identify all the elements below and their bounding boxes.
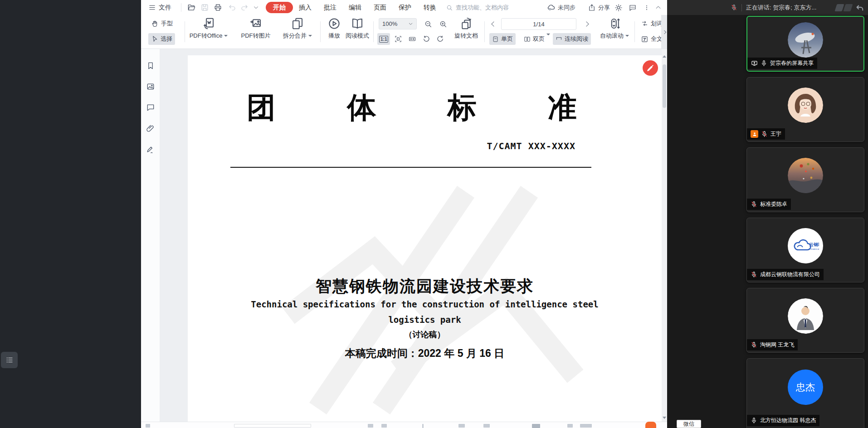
avatar: 忠杰 [788,370,823,405]
document-page[interactable]: 团 体 标 准 T/CAMT XXX-XXXX 智慧钢铁物流园建设技术要求 Te… [188,55,662,422]
thumbnails-panel-button[interactable] [146,82,155,93]
read-mode-label: 阅读模式 [346,32,369,40]
mic-muted-icon [751,341,757,348]
vertical-scrollbar[interactable] [662,49,667,422]
participant-name-label: 淘钢网 王龙飞 [747,339,798,350]
signature-pen-icon [146,145,155,154]
share-label: 分享 [598,4,610,12]
split-merge-button[interactable]: 拆分合并 [278,17,317,40]
customize-toolbar-button[interactable] [253,0,259,15]
left-tool-rail [141,49,160,422]
mic-on-icon [751,417,757,424]
more-button[interactable] [644,0,650,15]
avatar [788,158,823,193]
tab-annotate[interactable]: 批注 [319,2,341,13]
select-tool-button[interactable]: 选择 [148,33,175,45]
prev-page-button[interactable] [489,18,498,30]
rotate-right-button[interactable] [434,33,447,45]
scroll-up-arrow[interactable] [663,55,666,58]
pdf-app-window: 文件 开始 插入 批注 编辑 页面 [141,0,667,428]
auto-scroll-button[interactable]: 自动滚动 [598,17,631,40]
rotate-document-button[interactable]: 旋转文档 [452,17,480,40]
page-indicator-input[interactable]: 1/14 [501,18,576,30]
status-icon[interactable] [580,424,592,428]
scrollbar-thumb[interactable] [663,64,666,108]
wechat-tooltip[interactable]: 微信 [677,420,701,428]
comments-panel-button[interactable] [146,103,155,114]
tab-protect[interactable]: 保护 [394,2,416,13]
tab-edit[interactable]: 编辑 [344,2,366,13]
tab-insert[interactable]: 插入 [294,2,316,13]
status-icon[interactable] [422,424,424,428]
participant-tile[interactable]: 标准委陈卓 [746,147,864,212]
actual-size-button[interactable]: 1:1 [377,33,390,45]
completion-date: 本稿完成时间：2022 年 5 月 16 日 [188,346,662,360]
participant-tile[interactable]: 忠杰 北方恒达物流园 韩忠杰 [746,358,864,428]
rotate-ccw-icon [422,35,430,43]
single-page-icon [492,36,499,43]
sync-status[interactable]: 未同步 [547,0,575,15]
zoom-level-select[interactable]: 100% [379,18,417,29]
fit-page-button[interactable] [391,33,405,45]
single-page-button[interactable]: 单页 [489,33,516,45]
play-label: 播放 [328,32,340,40]
svg-text:YUNGANGLIAN: YUNGANGLIAN [809,248,819,250]
print-button[interactable] [214,0,222,15]
double-page-button[interactable]: 双页 [521,33,553,45]
file-menu[interactable]: 文件 [148,0,171,15]
status-icon[interactable] [458,424,465,428]
signature-panel-button[interactable] [146,145,155,156]
divider [484,21,485,42]
open-file-button[interactable] [187,0,196,15]
save-button[interactable] [200,0,209,15]
zoom-out-button[interactable] [421,18,435,30]
rotate-document-label: 旋转文档 [454,32,478,40]
comment-icon [629,4,637,12]
fit-width-button[interactable] [405,33,419,45]
redo-button[interactable] [240,0,249,15]
redo-icon [240,4,249,12]
status-icon[interactable] [532,424,540,428]
scroll-down-arrow[interactable] [663,417,666,419]
pdf-to-image-button[interactable]: PDF转图片 [235,17,276,40]
settings-button[interactable] [614,0,623,15]
status-icon[interactable] [567,424,573,428]
taskbar-app-icon[interactable] [645,422,656,428]
feedback-button[interactable] [629,0,637,15]
tab-convert[interactable]: 转换 [419,2,441,13]
desktop-list-launcher[interactable] [1,352,18,368]
undo-button[interactable] [228,0,236,15]
participant-tile[interactable]: 贺宗春的屏幕共享 [746,16,864,72]
hand-icon [151,20,159,28]
hand-tool-button[interactable]: 手型 [148,18,176,29]
ribbon-expand-strip[interactable] [661,15,667,49]
pdf-to-office-button[interactable]: PDF转Office [186,17,231,40]
participant-tile[interactable]: 淘钢网 王龙飞 [746,288,864,353]
participant-tile[interactable]: 王宇 [746,77,864,142]
bookmarks-panel-button[interactable] [146,61,155,72]
tab-page[interactable]: 页面 [369,2,391,13]
participant-tile[interactable]: 云钢联 YUNGANGLIAN 成都云钢联物流有限公司 [746,218,864,282]
standard-type-heading: 团 体 标 准 [247,88,577,127]
gear-icon [614,4,623,12]
edit-restricted-badge[interactable] [643,60,658,76]
share-button[interactable]: 分享 [588,0,610,15]
split-merge-label: 拆分合并 [283,32,312,40]
split-merge-icon [291,17,304,30]
status-icon[interactable] [146,424,150,428]
next-page-button[interactable] [582,18,591,30]
zoom-in-button[interactable] [436,18,450,30]
attachments-panel-button[interactable] [146,124,155,135]
continuous-read-button[interactable]: 连续阅读 [553,33,591,45]
back-arrow-icon[interactable] [854,3,864,13]
tab-home[interactable]: 开始 [266,2,293,13]
status-icon[interactable] [483,424,490,428]
search-input[interactable]: 查找功能、文档内容 [446,2,559,13]
rotate-left-button[interactable] [419,33,433,45]
read-mode-button[interactable]: 阅读模式 [340,17,375,40]
continuous-read-label: 连续阅读 [565,35,588,43]
status-input[interactable] [234,424,311,428]
status-icon[interactable] [368,424,373,428]
status-icon[interactable] [381,424,387,428]
collapse-ribbon-button[interactable] [655,0,662,15]
